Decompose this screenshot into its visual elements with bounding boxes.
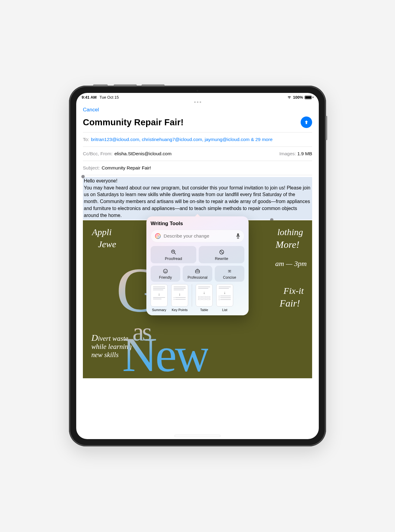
- poster-text: am — 3pm: [275, 260, 307, 268]
- svg-point-9: [163, 269, 167, 273]
- poster-text: Fair!: [279, 298, 300, 309]
- status-time: 9:41 AM: [82, 95, 96, 100]
- table-label: Table: [200, 308, 208, 312]
- proofread-label: Proofread: [165, 256, 182, 261]
- describe-change-field[interactable]: [164, 233, 233, 239]
- rewrite-icon: [219, 249, 225, 255]
- friendly-button[interactable]: Friendly: [151, 266, 180, 282]
- smile-icon: [162, 268, 168, 274]
- friendly-label: Friendly: [159, 275, 172, 280]
- magnifier-icon: [171, 249, 177, 255]
- arrow-up-icon: [304, 120, 309, 125]
- cc-label: Cc/Bcc, From:: [83, 151, 113, 156]
- subject-value: Community Repair Fair!: [102, 165, 151, 171]
- subject-label: Subject:: [83, 165, 100, 171]
- summary-button[interactable]: ↓ Summary: [151, 284, 168, 312]
- writing-tools-title: Writing Tools: [151, 221, 244, 227]
- sheet-grabber-icon[interactable]: [76, 100, 319, 104]
- professional-button[interactable]: Professional: [183, 266, 212, 282]
- selection-handle-start[interactable]: [81, 175, 85, 178]
- rewrite-label: Rewrite: [215, 256, 228, 261]
- to-value: britran123@icloud.com, christinehuang7@i…: [91, 137, 273, 142]
- list-thumb-icon: ↓: [216, 284, 233, 307]
- home-indicator[interactable]: [175, 435, 220, 437]
- svg-rect-2: [237, 233, 239, 237]
- status-bar: 9:41 AM Tue Oct 15 100%: [76, 93, 319, 100]
- battery-icon: [305, 96, 313, 99]
- hw-button: [142, 84, 165, 86]
- divider: [192, 284, 192, 307]
- microphone-icon[interactable]: [236, 233, 240, 239]
- images-label: Images:: [279, 151, 296, 156]
- svg-point-1: [157, 235, 159, 237]
- from-value: elisha.StDenis@icloud.com: [114, 151, 171, 156]
- body-text: Hello everyone! You may have heard about…: [84, 178, 310, 218]
- concise-icon: [227, 268, 233, 274]
- battery-percent: 100%: [293, 95, 303, 100]
- keypoints-button[interactable]: ↓ Key Points: [171, 284, 188, 312]
- poster-text: asNew: [122, 321, 208, 375]
- poster-text: Appli: [92, 227, 112, 237]
- to-label: To:: [83, 137, 89, 142]
- briefcase-icon: [194, 268, 201, 274]
- ipad-device-frame: 9:41 AM Tue Oct 15 100% Cancel Community…: [69, 86, 326, 446]
- subject-field[interactable]: Subject: Community Repair Fair!: [83, 161, 312, 175]
- svg-point-11: [166, 271, 167, 271]
- keypoints-thumb-icon: ↓: [171, 284, 188, 307]
- poster-text: More!: [276, 239, 299, 250]
- hw-button: [114, 84, 137, 86]
- list-button[interactable]: ↓ List: [216, 284, 233, 312]
- wifi-icon: [287, 96, 292, 99]
- svg-point-0: [155, 234, 161, 239]
- status-date: Tue Oct 15: [100, 95, 119, 100]
- keypoints-label: Key Points: [172, 308, 188, 312]
- summary-label: Summary: [152, 308, 166, 312]
- to-field[interactable]: To: britran123@icloud.com, christinehuan…: [83, 132, 312, 147]
- images-size: 1.9 MB: [297, 151, 312, 156]
- svg-point-15: [229, 271, 230, 271]
- professional-label: Professional: [188, 275, 207, 280]
- table-thumb-icon: ↓: [196, 284, 213, 307]
- hw-button: [93, 84, 108, 86]
- screen: 9:41 AM Tue Oct 15 100% Cancel Community…: [76, 93, 319, 439]
- summary-thumb-icon: ↓: [151, 284, 168, 307]
- svg-point-10: [165, 271, 165, 271]
- cancel-button[interactable]: Cancel: [83, 104, 99, 117]
- apple-intelligence-icon: [155, 233, 161, 239]
- selected-text[interactable]: Hello everyone! You may have heard about…: [83, 177, 312, 220]
- writing-tools-panel: Writing Tools Proofread Rewrite: [146, 216, 249, 315]
- rewrite-button[interactable]: Rewrite: [199, 246, 244, 263]
- front-camera: [196, 89, 199, 92]
- poster-text: Fix-it: [283, 286, 304, 296]
- table-button[interactable]: ↓ Table: [196, 284, 213, 312]
- poster-text: Jewe: [98, 239, 116, 249]
- concise-button[interactable]: Concise: [215, 266, 244, 282]
- svg-line-8: [220, 251, 223, 253]
- list-label: List: [222, 308, 227, 312]
- send-button[interactable]: [301, 117, 312, 128]
- hw-button: [326, 116, 327, 140]
- cc-bcc-from-field[interactable]: Cc/Bcc, From: elisha.StDenis@icloud.com …: [83, 147, 312, 161]
- concise-label: Concise: [223, 275, 236, 280]
- poster-text: lothing: [277, 227, 303, 237]
- proofread-button[interactable]: Proofread: [151, 246, 196, 263]
- describe-change-input[interactable]: [151, 230, 244, 242]
- compose-title: Community Repair Fair!: [83, 117, 184, 127]
- svg-line-4: [174, 253, 175, 254]
